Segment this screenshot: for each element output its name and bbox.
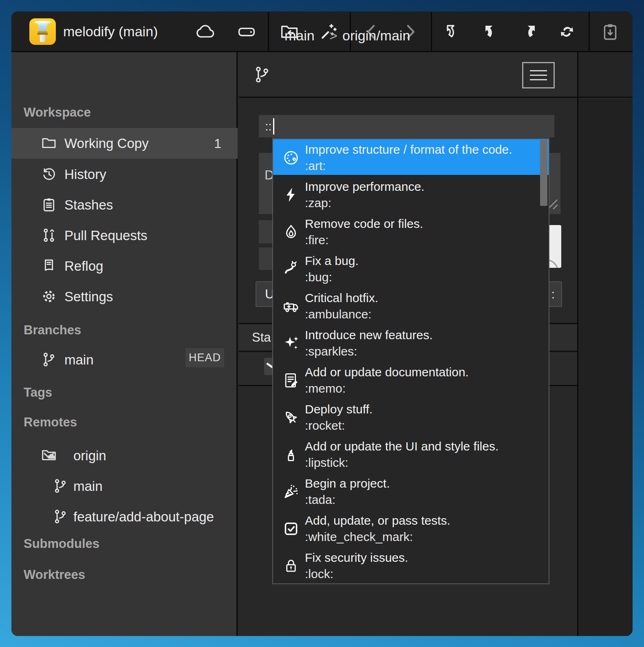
gitmoji-option-lock[interactable]: Fix security issues. :lock: (273, 547, 549, 584)
working-copy-count-badge: 1 (214, 136, 221, 151)
gitmoji-option-art[interactable]: Improve structure / format of the code. … (273, 139, 549, 176)
sidebar-item-branch-main[interactable]: main HEAD (11, 344, 238, 375)
sidebar-item-label: Working Copy (64, 136, 149, 151)
sidebar-section-workspace: Workspace (24, 105, 91, 120)
check-box-icon (282, 520, 300, 538)
titlebar: melodify (main) (11, 11, 633, 52)
remote-label: origin (73, 448, 106, 464)
gitmoji-option-ambulance[interactable]: Critical hotfix. :ambulance: (273, 287, 549, 325)
commit-button-label: : (551, 287, 555, 301)
clipboard-download-icon[interactable] (600, 22, 620, 42)
lipstick-icon (282, 446, 300, 464)
git-branch-icon (52, 478, 68, 494)
gitmoji-option-zap[interactable]: Improve performance. :zap: (273, 176, 549, 213)
sidebar-item-remote-origin[interactable]: origin (11, 440, 238, 471)
ambulance-icon (282, 297, 300, 315)
sidebar-section-remotes: Remotes (24, 415, 77, 430)
gitmoji-option-white-check-mark[interactable]: Add, update, or pass tests. :white_check… (273, 510, 549, 547)
gitmoji-option-rocket[interactable]: Deploy stuff. :rocket: (273, 399, 549, 436)
sidebar-item-stashes[interactable]: Stashes (11, 190, 238, 220)
sidebar-section-worktrees: Worktrees (24, 568, 85, 582)
right-pane (578, 99, 633, 636)
branch-label: main (64, 352, 94, 368)
right-pane-header (578, 52, 633, 98)
gitmoji-option-bug[interactable]: Fix a bug. :bug: (273, 250, 549, 287)
remote-branch-label: main (73, 479, 103, 494)
sparkles-icon (282, 334, 300, 352)
history-clock-icon (41, 166, 57, 182)
folder-icon (41, 135, 57, 151)
gitmoji-option-lipstick[interactable]: Add or update the UI and style files. :l… (273, 436, 549, 473)
dropdown-scrollbar-thumb[interactable] (540, 140, 547, 206)
breadcrumb-separator: > (329, 28, 337, 44)
toolbar-separator (268, 12, 269, 51)
gitmoji-option-sparkles[interactable]: Introduce new features. :sparkles: (273, 325, 549, 362)
sidebar-section-tags: Tags (24, 385, 52, 400)
git-branch-icon (41, 351, 57, 368)
sidebar-item-working-copy[interactable]: Working Copy 1 (11, 128, 238, 159)
rocket-icon (282, 409, 300, 426)
sidebar-item-pull-requests[interactable]: Pull Requests (11, 220, 238, 251)
gear-icon (41, 288, 57, 305)
sidebar: Workspace Working Copy 1 History Stashes… (11, 52, 238, 636)
lock-icon (282, 557, 300, 575)
undo-arrow-icon[interactable] (482, 22, 501, 42)
gitmoji-option-fire[interactable]: Remove code or files. :fire: (273, 213, 549, 250)
clipboard-list-icon (41, 197, 57, 213)
toolbar-separator (589, 12, 590, 51)
sidebar-item-label: History (64, 167, 106, 182)
sidebar-section-branches: Branches (24, 323, 81, 338)
fire-icon (282, 223, 300, 241)
sidebar-item-reflog[interactable]: Reflog (11, 251, 238, 281)
toolbar-separator (431, 12, 432, 51)
redo-arrow-icon[interactable] (519, 22, 538, 42)
sidebar-item-label: Settings (64, 289, 113, 305)
sidebar-item-remote-branch-main[interactable]: main (11, 471, 238, 501)
gitmoji-autocomplete-dropdown: Improve structure / format of the code. … (272, 138, 549, 584)
app-logo-icon (29, 18, 56, 45)
head-badge: HEAD (185, 348, 224, 367)
zap-icon (282, 186, 300, 204)
sidebar-item-label: Pull Requests (64, 228, 148, 243)
bug-icon (282, 260, 300, 278)
cloud-icon[interactable] (196, 22, 216, 42)
book-icon (41, 258, 57, 274)
hard-drive-icon[interactable] (237, 22, 256, 42)
menu-button[interactable] (522, 62, 555, 88)
window-title: melodify (main) (63, 24, 158, 40)
share-arrow-icon[interactable] (443, 22, 463, 42)
gitmoji-option-memo[interactable]: Add or update documentation. :memo: (273, 362, 549, 399)
breadcrumb-branch[interactable]: main (285, 28, 315, 44)
palette-icon (282, 149, 300, 167)
party-popper-icon (282, 483, 300, 501)
sync-arrows-icon[interactable] (557, 22, 577, 42)
sidebar-item-settings[interactable]: Settings (11, 281, 238, 312)
sidebar-item-remote-branch-feature[interactable]: feature/add-about-page (11, 501, 238, 532)
sidebar-item-label: Stashes (64, 197, 113, 213)
memo-icon (282, 371, 300, 389)
text-cursor (273, 118, 274, 135)
pull-request-icon (41, 227, 57, 243)
commit-summary-input[interactable]: :: (259, 115, 554, 137)
cloud-folder-icon (41, 447, 57, 464)
sidebar-item-history[interactable]: History (11, 159, 238, 190)
git-branch-icon (253, 65, 271, 84)
breadcrumb-remote[interactable]: origin/main (342, 28, 410, 44)
remote-branch-label: feature/add-about-page (73, 509, 214, 525)
app-window: melodify (main) Workspace (11, 11, 633, 636)
gitmoji-option-tada[interactable]: Begin a project. :tada: (273, 473, 549, 510)
sidebar-item-label: Reflog (64, 258, 103, 274)
summary-text: :: (265, 119, 272, 133)
sidebar-section-submodules: Submodules (24, 537, 99, 551)
git-branch-icon (52, 508, 68, 525)
staged-files-header-label: Sta (252, 330, 271, 345)
